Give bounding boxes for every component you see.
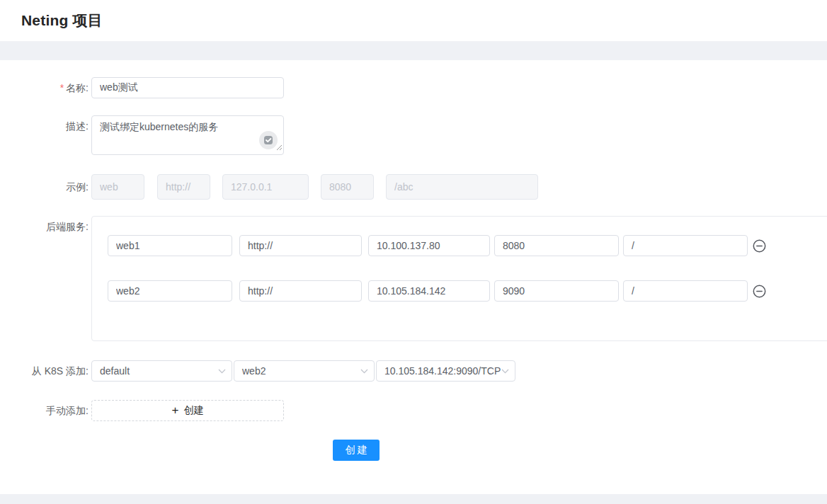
example-name-input bbox=[91, 174, 144, 200]
backend-service-row bbox=[92, 280, 827, 302]
minus-circle-icon bbox=[753, 239, 766, 253]
required-asterisk: * bbox=[60, 82, 64, 93]
chevron-down-icon bbox=[501, 369, 509, 374]
backend-services-label: 后端服务: bbox=[0, 216, 89, 237]
submit-create-button[interactable]: 创建 bbox=[333, 440, 380, 461]
k8s-namespace-value: default bbox=[100, 365, 130, 377]
k8s-namespace-select[interactable]: default bbox=[91, 360, 232, 382]
service-port-input[interactable] bbox=[494, 280, 619, 302]
service-host-input[interactable] bbox=[368, 235, 490, 256]
service-name-input[interactable] bbox=[108, 235, 232, 256]
chevron-down-icon bbox=[360, 369, 368, 374]
manual-add-button-label: 创建 bbox=[183, 404, 203, 417]
remove-service-button[interactable] bbox=[753, 239, 766, 253]
example-label: 示例: bbox=[0, 174, 89, 200]
k8s-add-label: 从 K8S 添加: bbox=[0, 360, 89, 382]
service-protocol-input[interactable] bbox=[239, 280, 362, 302]
description-textarea[interactable]: 测试绑定kubernetes的服务 bbox=[91, 115, 284, 155]
minus-circle-icon bbox=[753, 285, 766, 298]
example-host-input bbox=[222, 174, 309, 200]
service-path-input[interactable] bbox=[623, 280, 748, 302]
description-label: 描述: bbox=[0, 115, 89, 137]
chevron-down-icon bbox=[218, 369, 226, 374]
k8s-endpoint-select[interactable]: 10.105.184.142:9090/TCP bbox=[376, 360, 515, 382]
service-port-input[interactable] bbox=[494, 235, 619, 256]
extension-check-icon[interactable] bbox=[259, 131, 278, 149]
page-title: Neting 项目 bbox=[21, 11, 103, 30]
bottom-divider-band bbox=[0, 494, 827, 504]
name-input[interactable] bbox=[91, 77, 284, 98]
top-divider-band bbox=[0, 42, 827, 60]
backend-service-row bbox=[92, 235, 827, 256]
backend-services-box bbox=[91, 216, 827, 341]
service-path-input[interactable] bbox=[623, 235, 748, 256]
example-path-input bbox=[386, 174, 538, 200]
k8s-service-value: web2 bbox=[242, 365, 266, 377]
k8s-endpoint-value: 10.105.184.142:9090/TCP bbox=[384, 365, 501, 377]
k8s-service-select[interactable]: web2 bbox=[234, 360, 375, 382]
plus-icon: + bbox=[172, 404, 179, 416]
example-protocol-input bbox=[157, 174, 210, 200]
example-port-input bbox=[321, 174, 374, 200]
remove-service-button[interactable] bbox=[753, 285, 766, 298]
name-label-text: 名称: bbox=[66, 82, 89, 93]
header: Neting 项目 bbox=[0, 0, 827, 42]
resize-handle-icon[interactable] bbox=[276, 141, 283, 154]
manual-add-button[interactable]: + 创建 bbox=[91, 400, 284, 421]
page: Neting 项目 *名称: 描述: 测试绑定kubernetes的服务 示例:… bbox=[0, 0, 827, 504]
service-name-input[interactable] bbox=[108, 280, 232, 302]
description-field-wrapper: 测试绑定kubernetes的服务 bbox=[91, 115, 284, 155]
service-protocol-input[interactable] bbox=[239, 235, 362, 256]
manual-add-label: 手动添加: bbox=[0, 400, 89, 421]
service-host-input[interactable] bbox=[368, 280, 490, 302]
name-label: *名称: bbox=[0, 77, 89, 98]
